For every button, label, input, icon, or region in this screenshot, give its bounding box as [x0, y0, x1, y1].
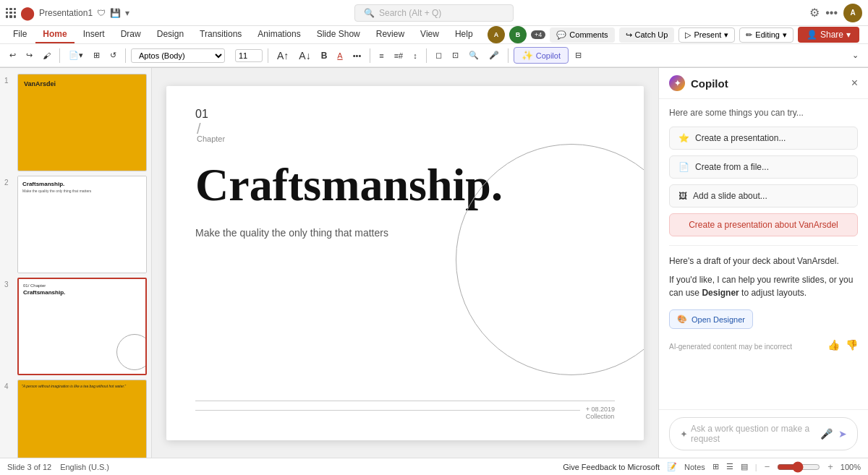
font-family-selector[interactable]: Aptos (Body)	[131, 48, 225, 63]
comments-icon: 💬	[556, 30, 566, 40]
slide-thumb-2[interactable]: 2 Craftsmanship. Make the quality the on…	[4, 176, 147, 273]
new-slide-button[interactable]: 📄▾	[65, 49, 87, 61]
tab-slideshow[interactable]: Slide Show	[310, 26, 367, 43]
send-input-icon[interactable]: ➤	[838, 428, 847, 440]
search-box[interactable]: 🔍 Search (Alt + Q)	[354, 4, 514, 22]
slide-preview-3[interactable]: 01/ Chapter Craftsmanship.	[17, 278, 147, 375]
copilot-close-button[interactable]: ×	[851, 77, 858, 90]
copilot-suggestion-create-presentation[interactable]: ⭐ Create a presentation...	[669, 127, 858, 150]
settings-icon[interactable]: ⚙	[809, 6, 820, 20]
more-toolbar-button[interactable]: ⊟	[571, 49, 585, 61]
zoom-in-icon[interactable]: +	[827, 461, 833, 472]
tab-insert[interactable]: Insert	[76, 26, 112, 43]
separator-5	[426, 48, 427, 63]
font-color-button[interactable]: A	[333, 50, 346, 61]
create-presentation-button[interactable]: Create a presentation about VanArsdel	[669, 213, 858, 236]
font-size-input[interactable]	[235, 49, 263, 62]
copilot-input-area[interactable]: ✦ Ask a work question or make a request …	[669, 417, 858, 450]
share-icon: 👤	[807, 30, 817, 40]
font-decrease-button[interactable]: A↓	[295, 48, 314, 63]
arrange-button[interactable]: ⊡	[448, 49, 462, 61]
thumbs-down-button[interactable]: 👎	[846, 339, 858, 351]
tab-file[interactable]: File	[6, 26, 34, 43]
zoom-level: 100%	[841, 463, 861, 471]
microphone-button[interactable]: 🎤	[485, 49, 503, 61]
notes-label[interactable]: Notes	[684, 463, 705, 471]
canvas-subtitle[interactable]: Make the quality the only thing that mat…	[195, 227, 388, 239]
slide-thumb-3[interactable]: 3 01/ Chapter Craftsmanship.	[4, 278, 147, 375]
avatar-collab2: B	[509, 26, 527, 43]
autosave-icon[interactable]: 💾	[110, 8, 121, 18]
slide-view-icon[interactable]: ⊞	[712, 462, 719, 471]
status-bar: Slide 3 of 12 English (U.S.) Give Feedba…	[0, 458, 868, 475]
undo-button[interactable]: ↩	[6, 49, 20, 61]
avatar-collab1: A	[488, 26, 505, 43]
microphone-input-icon[interactable]: 🎤	[820, 428, 833, 440]
slide-preview-4[interactable]: "A person without imagination is like a …	[17, 380, 147, 458]
numbering-button[interactable]: ≡#	[391, 50, 407, 61]
bullet-list-button[interactable]: ≡	[375, 50, 387, 61]
slide-icon: 🖼	[678, 191, 687, 201]
catchup-icon: ↪	[626, 30, 632, 40]
presenter-view-icon[interactable]: ▤	[741, 462, 748, 471]
feedback-link[interactable]: Give Feedback to Microsoft	[563, 463, 660, 471]
separator-6	[508, 48, 509, 63]
designer-link[interactable]: Designer	[702, 288, 739, 298]
tab-animations[interactable]: Animations	[250, 26, 307, 43]
tab-draw[interactable]: Draw	[114, 26, 148, 43]
chapter-label: Chapter	[197, 134, 225, 143]
copilot-toolbar-button[interactable]: ✨ Copilot	[514, 47, 569, 64]
sparkle-input-icon: ✦	[680, 429, 688, 440]
slides-panel: 1 VanArsdei 2 Craftsmanship. Make the qu…	[0, 68, 152, 458]
font-increase-button[interactable]: A↑	[273, 48, 292, 63]
slide3-chapter: 01/ Chapter	[23, 283, 141, 288]
open-designer-button[interactable]: 🎨 Open Designer	[669, 309, 753, 329]
zoom-out-icon[interactable]: −	[765, 461, 770, 472]
zoom-slider[interactable]	[777, 461, 820, 473]
catch-up-button[interactable]: ↪ Catch Up	[619, 27, 675, 43]
tab-review[interactable]: Review	[369, 26, 412, 43]
find-button[interactable]: 🔍	[465, 49, 482, 61]
tab-design[interactable]: Design	[150, 26, 191, 43]
line-spacing-button[interactable]: ↕	[409, 50, 421, 61]
thumbs-up-button[interactable]: 👍	[827, 339, 840, 351]
copilot-suggestion-add-slide[interactable]: 🖼 Add a slide about...	[669, 184, 858, 207]
comments-button[interactable]: 💬 Comments	[550, 27, 614, 43]
reset-button[interactable]: ↺	[106, 49, 120, 61]
present-button[interactable]: ▷ Present ▾	[678, 27, 735, 43]
copilot-panel: ✦ Copilot × Here are some things you can…	[658, 68, 868, 458]
apps-grid-icon[interactable]	[6, 8, 16, 18]
bold-button[interactable]: B	[318, 49, 331, 62]
present-chevron[interactable]: ▾	[724, 30, 728, 40]
editing-button[interactable]: ✏ Editing ▾	[739, 27, 793, 43]
canvas-area[interactable]: 01/ Chapter Craftsmanship. Make the qual…	[152, 68, 658, 458]
expand-ribbon-button[interactable]: ⌄	[848, 49, 862, 61]
slide-preview-2[interactable]: Craftsmanship. Make the quality the only…	[17, 176, 147, 273]
slide-canvas[interactable]: 01/ Chapter Craftsmanship. Make the qual…	[166, 86, 644, 440]
redo-button[interactable]: ↪	[22, 49, 36, 61]
avatar-user1[interactable]: A	[843, 4, 862, 22]
slide-preview-1[interactable]: VanArsdei	[17, 74, 147, 171]
format-painter-button[interactable]: 🖌	[39, 50, 54, 61]
layout-button[interactable]: ⊞	[90, 49, 103, 61]
shapes-button[interactable]: ◻	[432, 49, 446, 61]
separator-4	[370, 48, 370, 63]
slide-thumb-1[interactable]: 1 VanArsdei	[4, 74, 147, 171]
tab-help[interactable]: Help	[448, 26, 480, 43]
canvas-title[interactable]: Craftsmanship.	[195, 158, 503, 212]
chevron-down-icon[interactable]: ▾	[125, 8, 129, 18]
more-options-icon[interactable]: •••	[825, 7, 838, 20]
tab-transitions[interactable]: Transitions	[192, 26, 249, 43]
tab-view[interactable]: View	[413, 26, 446, 43]
editing-chevron[interactable]: ▾	[783, 30, 787, 40]
more-font-options-button[interactable]: •••	[349, 50, 365, 61]
copilot-input-icons: 🎤 ➤	[820, 428, 847, 440]
outline-view-icon[interactable]: ☰	[726, 462, 733, 471]
powerpoint-icon: ⬤	[20, 5, 35, 21]
copilot-suggestion-create-from-file[interactable]: 📄 Create from a file...	[669, 155, 858, 179]
slide-thumb-4[interactable]: 4 "A person without imagination is like …	[4, 380, 147, 458]
editing-icon: ✏	[746, 30, 752, 40]
copilot-logo-icon: ✦	[669, 75, 685, 91]
share-button[interactable]: 👤 Share ▾	[798, 27, 859, 43]
tab-home[interactable]: Home	[35, 26, 74, 43]
